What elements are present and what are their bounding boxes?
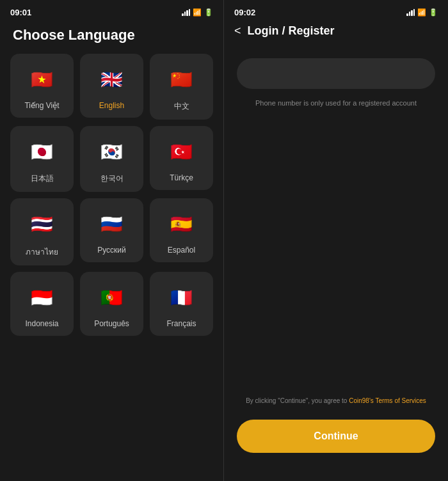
status-bar-right: 09:02 📶 🔋 (224, 0, 448, 20)
flag-ru: 🇷🇺 (97, 209, 127, 239)
flag-es: 🇪🇸 (166, 209, 197, 239)
language-item-ja[interactable]: 🇯🇵日本語 (10, 126, 74, 192)
lang-label-ru: Русский (97, 246, 126, 255)
flag-zh: 🇨🇳 (166, 64, 197, 95)
lang-label-ja: 日本語 (31, 173, 54, 184)
language-item-pt[interactable]: 🇵🇹Português (80, 272, 143, 336)
status-icons-left: 📶 🔋 (182, 8, 213, 17)
language-item-vi[interactable]: 🇻🇳Tiếng Việt (10, 54, 74, 118)
login-screen: 09:02 📶 🔋 < Login / Register Phone numbe… (224, 0, 448, 481)
terms-link[interactable]: Coin98's Terms of Services (349, 397, 426, 404)
lang-label-fr: Français (166, 319, 196, 328)
signal-icon (182, 9, 190, 16)
lang-label-th: ภาษาไทย (26, 246, 58, 258)
language-item-en[interactable]: 🇬🇧English (80, 54, 143, 118)
battery-icon: 🔋 (204, 8, 213, 17)
language-item-tr[interactable]: 🇹🇷Türkçe (150, 126, 213, 190)
lang-label-vi: Tiếng Việt (24, 101, 59, 110)
status-icons-right: 📶 🔋 (406, 8, 438, 17)
language-item-fr[interactable]: 🇫🇷Français (150, 272, 213, 336)
lang-label-zh: 中文 (174, 101, 189, 112)
language-item-th[interactable]: 🇹🇭ภาษาไทย (10, 198, 74, 265)
phone-input[interactable] (237, 58, 435, 89)
language-screen: 09:01 📶 🔋 Choose Language 🇻🇳Tiếng Việt🇬🇧… (0, 0, 224, 481)
wifi-icon-right: 📶 (417, 8, 426, 17)
signal-icon-right (406, 9, 415, 16)
lang-label-ko: 한국어 (100, 173, 124, 184)
terms-prefix: By clicking "Continue", you agree to (246, 397, 349, 404)
flag-fr: 🇫🇷 (166, 282, 197, 313)
language-item-ru[interactable]: 🇷🇺Русский (80, 198, 143, 262)
language-item-ko[interactable]: 🇰🇷한국어 (80, 126, 143, 192)
time-right: 09:02 (234, 8, 255, 17)
terms-text: By clicking "Continue", you agree to Coi… (237, 397, 435, 404)
navigation-bar: < Login / Register (224, 20, 448, 45)
flag-vi: 🇻🇳 (27, 64, 58, 95)
flag-tr: 🇹🇷 (166, 136, 197, 167)
nav-title: Login / Register (248, 24, 335, 38)
flag-en: 🇬🇧 (97, 64, 127, 95)
status-bar-left: 09:01 📶 🔋 (0, 0, 223, 20)
phone-hint: Phone number is only used for a register… (237, 99, 435, 107)
spacer (237, 114, 435, 390)
battery-icon-right: 🔋 (429, 8, 438, 17)
flag-ja: 🇯🇵 (27, 136, 58, 167)
continue-button[interactable]: Continue (237, 420, 435, 453)
flag-id: 🇮🇩 (27, 282, 58, 313)
language-grid: 🇻🇳Tiếng Việt🇬🇧English🇨🇳中文🇯🇵日本語🇰🇷한국어🇹🇷Tür… (0, 54, 223, 336)
flag-pt: 🇵🇹 (97, 282, 127, 313)
back-button[interactable]: < (234, 24, 241, 38)
lang-label-en: English (99, 101, 124, 110)
lang-label-tr: Türkçe (170, 173, 193, 182)
time-left: 09:01 (10, 8, 31, 17)
language-item-es[interactable]: 🇪🇸Español (150, 198, 213, 262)
flag-th: 🇹🇭 (27, 209, 58, 239)
login-content: Phone number is only used for a register… (224, 45, 448, 481)
language-item-zh[interactable]: 🇨🇳中文 (150, 54, 213, 120)
page-title: Choose Language (0, 20, 223, 54)
lang-label-es: Español (168, 246, 195, 255)
lang-label-pt: Português (94, 319, 129, 328)
continue-label: Continue (314, 430, 358, 442)
language-item-id[interactable]: 🇮🇩Indonesia (10, 272, 74, 336)
flag-ko: 🇰🇷 (97, 136, 127, 167)
wifi-icon: 📶 (193, 8, 202, 17)
lang-label-id: Indonesia (25, 319, 58, 328)
